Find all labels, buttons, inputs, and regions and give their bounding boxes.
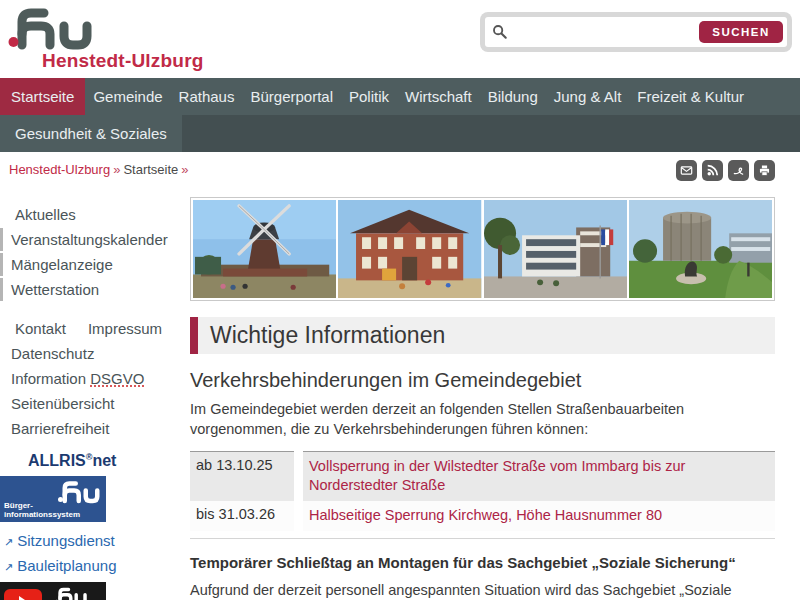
notice-heading: Temporärer Schließtag an Montagen für da… <box>190 554 775 571</box>
sidebar: Aktuelles Veranstaltungskalender Mängela… <box>0 203 183 600</box>
sidebar-services-group: ALLRIS®net Bürger- informationssystem ↗S… <box>0 452 183 600</box>
roadworks-link[interactable]: Vollsperrung in der Wilstedter Straße vo… <box>303 451 775 501</box>
breadcrumb-home-link[interactable]: Henstedt-Ulzburg <box>9 162 110 177</box>
buergerinformationssystem-banner[interactable]: Bürger- informationssystem <box>0 476 106 522</box>
nav-item-freizeit-kultur[interactable]: Freizeit & Kultur <box>629 78 752 115</box>
email-icon[interactable] <box>676 160 697 181</box>
sidebar-item-aktuelles[interactable]: Aktuelles <box>0 203 183 226</box>
print-icon[interactable] <box>754 160 775 181</box>
windmill-photo <box>193 200 336 298</box>
modern-building-photo <box>484 200 627 298</box>
notice-body: Aufgrund der derzeit personell angespann… <box>190 580 775 600</box>
allris-label: ALLRIS <box>28 452 86 469</box>
sidebar-item-barrierefreiheit[interactable]: Barrierefreiheit <box>0 417 183 440</box>
main-content: Wichtige Informationen Verkehrsbehinderu… <box>190 197 775 600</box>
nav-item-wirtschaft[interactable]: Wirtschaft <box>397 78 480 115</box>
livestream-banner[interactable]: LiveStream <box>0 582 106 600</box>
nav-item-politik[interactable]: Politik <box>341 78 397 115</box>
article-heading: Verkehrsbehinderungen im Gemeindegebiet <box>190 369 775 392</box>
search-box: SUCHEN <box>480 12 792 52</box>
sidebar-link-allris[interactable]: ALLRIS®net <box>0 452 183 470</box>
search-icon <box>492 24 508 40</box>
nav-item-buergerportal[interactable]: Bürgerportal <box>242 78 341 115</box>
pdf-icon[interactable] <box>728 160 749 181</box>
main-navigation: Startseite Gemeinde Rathaus Bürgerportal… <box>0 78 800 152</box>
nav-item-rathaus[interactable]: Rathaus <box>171 78 243 115</box>
nav-item-gesundheit-soziales[interactable]: Gesundheit & Soziales <box>0 115 182 152</box>
external-link-icon: ↗ <box>4 536 17 548</box>
old-school-photo <box>338 200 481 298</box>
rss-icon[interactable] <box>702 160 723 181</box>
site-logo[interactable]: Henstedt-Ulzburg <box>8 4 103 76</box>
sidebar-meta-group: Kontakt Impressum Datenschutz Informatio… <box>0 317 183 440</box>
article-intro: Im Gemeindegebiet werden derzeit an folg… <box>190 400 775 439</box>
search-input[interactable] <box>515 17 705 47</box>
sidebar-item-wetterstation[interactable]: Wetterstation <box>0 278 183 301</box>
sidebar-item-maengelanzeige[interactable]: Mängelanzeige <box>0 253 183 276</box>
nav-row-1: Startseite Gemeinde Rathaus Bürgerportal… <box>0 78 800 115</box>
roadworks-date: ab 13.10.25 <box>190 451 294 501</box>
breadcrumb: Henstedt-Ulzburg»Startseite» <box>9 162 192 177</box>
site-title: Henstedt-Ulzburg <box>42 50 204 72</box>
page: Henstedt-Ulzburg SUCHEN Startseite Gemei… <box>0 0 800 600</box>
nav-item-jung-und-alt[interactable]: Jung & Alt <box>546 78 630 115</box>
allris-suffix: net <box>92 452 116 469</box>
sidebar-item-kontakt[interactable]: Kontakt <box>15 317 66 340</box>
page-action-icons <box>676 160 775 181</box>
breadcrumb-current[interactable]: Startseite <box>123 162 178 177</box>
photo-banner <box>190 197 775 301</box>
sidebar-item-seitenuebersicht[interactable]: Seitenübersicht <box>0 392 183 415</box>
nav-item-gemeinde[interactable]: Gemeinde <box>85 78 170 115</box>
sidebar-item-impressum[interactable]: Impressum <box>88 317 162 340</box>
breadcrumb-separator: » <box>178 162 191 177</box>
youtube-play-icon <box>4 589 42 600</box>
divider <box>190 538 775 539</box>
header: Henstedt-Ulzburg SUCHEN <box>0 0 800 78</box>
round-building-photo <box>629 200 772 298</box>
roadworks-link[interactable]: Halbseitige Sperrung Kirchweg, Höhe Haus… <box>303 501 775 531</box>
sidebar-link-bauleitplanung[interactable]: ↗Bauleitplanung <box>0 557 183 574</box>
section-title: Wichtige Informationen <box>190 317 775 354</box>
external-link-icon: ↗ <box>4 561 17 573</box>
dsgvo-term: DSGVO <box>90 370 144 387</box>
nav-row-2: Gesundheit & Soziales <box>0 115 800 152</box>
nav-item-bildung[interactable]: Bildung <box>480 78 546 115</box>
hu-logo-white-icon <box>51 586 91 600</box>
sidebar-link-sitzungsdienst[interactable]: ↗Sitzungsdienst <box>0 532 183 549</box>
search-submit-button[interactable]: SUCHEN <box>699 21 783 43</box>
buergerinfo-label: Bürger- informationssystem <box>4 501 80 519</box>
sidebar-item-veranstaltungskalender[interactable]: Veranstaltungskalender <box>0 228 183 251</box>
roadworks-table: ab 13.10.25 Vollsperrung in der Wilstedt… <box>190 451 775 531</box>
roadworks-date: bis 31.03.26 <box>190 501 294 531</box>
nav-item-startseite[interactable]: Startseite <box>0 78 85 115</box>
sidebar-item-datenschutz[interactable]: Datenschutz <box>0 342 183 365</box>
sidebar-item-information-dsgvo[interactable]: Information DSGVO <box>0 367 183 390</box>
breadcrumb-separator: » <box>110 162 123 177</box>
information-label: Information <box>11 370 90 387</box>
